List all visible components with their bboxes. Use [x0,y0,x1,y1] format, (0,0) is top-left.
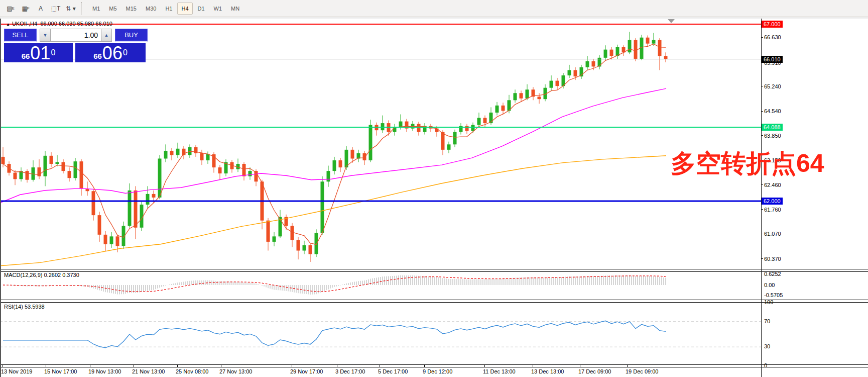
candle-body [104,235,107,244]
candle-body [628,40,632,53]
sell-button[interactable]: SELL [4,29,37,42]
text-label-icon[interactable]: A [34,2,48,15]
candle-body [80,161,83,189]
price-tick-mark [761,209,763,210]
volume-decrease-icon[interactable]: ▼ [40,29,51,42]
time-tick-mark [533,365,533,367]
pane-separator[interactable] [0,300,868,303]
time-tick-label: 19 Nov 13:00 [88,368,121,374]
candle-body [664,56,668,59]
price-tick-label: 66.630 [764,34,781,40]
price-tick-mark [761,37,763,38]
candle-body [116,236,119,246]
candle-body [315,233,318,254]
timeframe-m5[interactable]: M5 [105,3,120,15]
time-tick-mark [3,365,3,367]
candle-body [610,50,613,56]
trade-panel-controls: SELL ▼ ▲ BUY [4,29,148,42]
volume-stepper: ▼ ▲ [40,29,112,42]
candle-body [297,240,300,250]
time-tick-label: 5 Dec 17:00 [378,368,408,374]
sell-price-pip: 0 [51,43,55,62]
candle-body [586,61,589,67]
grid-icon[interactable]: ▦F [19,2,33,15]
timeframe-m30[interactable]: M30 [142,3,160,15]
time-tick-mark [292,365,292,367]
candle-body [441,132,445,150]
macd-pane[interactable] [0,270,761,300]
candle-body [176,149,180,155]
chart-end-marker-icon[interactable] [668,19,675,23]
time-tick-label: 15 Nov 17:00 [44,368,77,374]
time-tick-mark [484,365,485,367]
price-tick-label: 61.070 [764,231,781,237]
text-box-icon[interactable]: ⬚T [49,2,63,15]
candle-body [2,157,5,164]
volume-input[interactable] [51,29,101,42]
volume-increase-icon[interactable]: ▲ [101,29,112,42]
candle-body [218,167,222,173]
candle-body [658,40,662,56]
indicators-icon[interactable]: ▨E [4,2,18,15]
chart-title: ▲UKOIl-,H4 66.000 66.030 65.980 66.010 [6,21,112,27]
candle-body [556,81,559,86]
rsi-axis-label: 100 [764,299,773,305]
time-tick-label: 19 Dec 09:00 [626,368,658,374]
candle-body [68,171,71,178]
candle-body [435,129,439,132]
candle-body [447,144,451,150]
candle-body [140,205,144,228]
toolbar-separator [81,2,85,15]
pane-separator[interactable] [0,364,868,367]
candle-body [604,50,607,58]
buy-price-display[interactable]: 66 06 0 [75,43,146,62]
chart-ohlc-values: 66.000 66.030 65.980 66.010 [40,21,112,27]
candle-body [417,124,421,132]
timeframe-m15[interactable]: M15 [122,3,141,15]
sell-price-display[interactable]: 66 01 0 [4,43,73,62]
candle-body [200,153,204,160]
candle-body [249,171,252,176]
ma-slow-line [0,156,666,266]
candle-body [206,154,210,160]
candle-body [56,162,59,164]
timeframe-h1[interactable]: H1 [161,3,176,15]
candle-body [502,106,505,111]
rsi-indicator-label: RSI(14) 53.5938 [4,304,45,310]
price-tick-label: 64.540 [764,108,781,114]
timeframe-d1[interactable]: D1 [194,3,209,15]
candle-body [495,106,499,113]
price-level-badge: 62.000 [762,198,783,205]
pane-separator[interactable] [0,269,868,272]
arrows-dropdown-icon[interactable]: ⇅ ▾ [64,2,78,15]
timeframe-mn[interactable]: MN [227,3,243,15]
buy-price-pip: 0 [123,43,128,62]
candle-body [273,236,276,242]
time-tick-mark [46,365,46,367]
price-tick-label: 61.760 [764,207,781,213]
price-level-badge: 64.088 [762,124,783,131]
chart-collapse-icon[interactable]: ▲ [6,22,10,27]
timeframe-m1[interactable]: M1 [88,3,104,15]
candle-body [453,132,457,145]
timeframe-w1[interactable]: W1 [210,3,226,15]
chart-symbol-timeframe: UKOIl-,H4 [12,21,37,27]
time-tick-label: 29 Nov 17:00 [290,368,323,374]
rsi-axis-label: 0 [764,362,767,368]
candle-body [538,97,541,99]
timeframe-h4[interactable]: H4 [177,3,192,15]
candle-body [62,162,65,171]
price-tick-label: 63.850 [764,133,781,139]
trading-terminal: { "toolbar": { "icons": [ {"name":"indic… [0,0,868,377]
rsi-pane[interactable] [0,302,761,364]
candle-body [520,93,523,99]
time-tick-mark [337,365,337,367]
top-toolbar: ▨E▦FA⬚T⇅ ▾ M1M5M15M30H1H4D1W1MN [0,0,868,17]
candle-body [164,151,168,158]
time-tick-label: 13 Nov 2019 [1,368,32,374]
buy-button[interactable]: BUY [115,29,148,42]
price-tick-mark [761,86,763,86]
time-tick-mark [380,365,380,367]
candle-body [303,245,306,251]
trade-panel-prices: 66 01 0 66 06 0 [4,43,148,62]
